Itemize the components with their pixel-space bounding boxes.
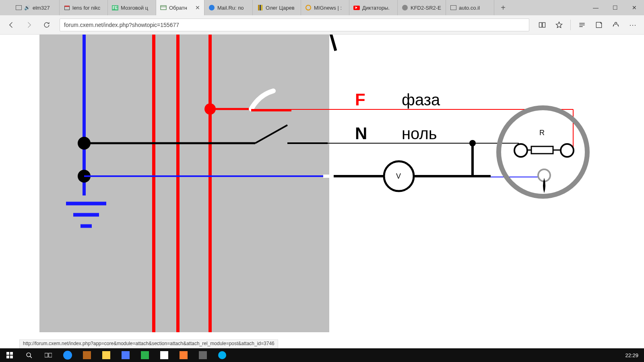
favicon-mail-icon <box>208 4 215 11</box>
tab-active[interactable]: Обратн ✕ <box>156 0 204 15</box>
refresh-button[interactable] <box>39 17 55 33</box>
svg-rect-44 <box>49 353 52 357</box>
favicon-forum-icon <box>160 4 167 11</box>
page-viewport[interactable]: F фаза N ноль V R http://forum.cxem.net/… <box>0 35 644 348</box>
svg-rect-32 <box>531 146 553 154</box>
back-button[interactable] <box>3 17 19 33</box>
taskbar: 22:29 <box>0 348 644 362</box>
favicon-generic-icon <box>450 4 456 11</box>
hub-button[interactable] <box>574 17 590 33</box>
tab-label: Олег Царев <box>266 5 295 11</box>
svg-rect-39 <box>6 356 9 358</box>
task-app-6[interactable] <box>155 348 174 362</box>
share-button[interactable] <box>608 17 624 33</box>
circuit-diagram: F фаза N ноль V R <box>10 35 613 332</box>
favicon-grey-icon <box>402 4 408 11</box>
task-app-9[interactable] <box>213 348 232 362</box>
task-app-1[interactable] <box>58 348 77 362</box>
svg-rect-40 <box>10 356 13 358</box>
svg-point-41 <box>27 353 31 357</box>
url-text: forum.cxem.net/index.php?showtopic=15567… <box>64 22 179 28</box>
tab-label: Мозговой ц <box>121 5 148 11</box>
svg-rect-37 <box>6 352 9 355</box>
address-bar: forum.cxem.net/index.php?showtopic=15567… <box>0 15 644 35</box>
minimize-button[interactable]: — <box>586 0 605 15</box>
tab-elm327[interactable]: 🔊 elm327 <box>11 0 60 15</box>
tab-label: Диктаторы. <box>362 5 390 11</box>
tab-mail[interactable]: Mail.Ru: по <box>204 0 253 15</box>
notes-button[interactable] <box>591 17 607 33</box>
status-url-text: http://forum.cxem.net/index.php?app=core… <box>23 341 275 346</box>
label-f: F <box>355 90 365 109</box>
tab-label: KFD2-SR2-E <box>411 5 441 11</box>
new-tab-button[interactable]: + <box>494 0 512 15</box>
speaker-icon: 🔊 <box>24 5 30 10</box>
svg-rect-43 <box>45 353 48 357</box>
tab-brain[interactable]: FE Мозговой ц <box>108 0 156 15</box>
close-window-button[interactable]: ✕ <box>625 0 644 15</box>
tab-dictators[interactable]: Диктаторы. <box>349 0 398 15</box>
favorite-button[interactable] <box>551 17 567 33</box>
svg-line-16 <box>255 125 287 143</box>
more-button[interactable]: ⋯ <box>625 17 641 33</box>
tab-lens[interactable]: lens for nikс <box>60 0 108 15</box>
status-bar: http://forum.cxem.net/index.php?app=core… <box>19 339 278 348</box>
label-n: N <box>355 124 367 143</box>
close-tab-icon[interactable]: ✕ <box>195 4 200 11</box>
window-controls: — ☐ ✕ <box>586 0 644 15</box>
search-button[interactable] <box>19 348 39 362</box>
task-app-8[interactable] <box>193 348 213 362</box>
tab-mignews[interactable]: MIGnews | : <box>301 0 349 15</box>
svg-point-30 <box>514 144 527 157</box>
clock-text: 22:29 <box>625 352 638 358</box>
favicon-generic-icon <box>15 4 22 11</box>
url-input[interactable]: forum.cxem.net/index.php?showtopic=15567… <box>60 19 529 31</box>
forward-button[interactable] <box>21 17 37 33</box>
label-phase: фаза <box>402 91 440 109</box>
favicon-youtube-icon <box>353 4 360 11</box>
tab-kfd2[interactable]: KFD2-SR2-E <box>398 0 446 15</box>
tab-label: Обратн <box>169 5 187 11</box>
tab-auto[interactable]: auto.co.il <box>446 0 494 15</box>
favicon-clock-icon <box>305 4 312 11</box>
svg-point-31 <box>561 144 574 157</box>
tab-strip: 🔊 elm327 lens for nikс FE Мозговой ц Обр… <box>0 0 644 15</box>
reading-view-button[interactable] <box>534 17 550 33</box>
svg-point-1 <box>615 22 617 24</box>
tab-label: MIGnews | : <box>314 5 342 11</box>
maximize-button[interactable]: ☐ <box>605 0 625 15</box>
favicon-shop-icon <box>64 4 70 11</box>
start-button[interactable] <box>0 348 19 362</box>
tab-oleg[interactable]: Олег Царев <box>253 0 301 15</box>
svg-line-36 <box>328 35 336 51</box>
svg-line-42 <box>30 356 31 358</box>
favicon-fe-icon: FE <box>112 4 118 11</box>
task-app-5[interactable] <box>135 348 155 362</box>
svg-rect-0 <box>161 6 166 10</box>
tab-label: Mail.Ru: по <box>217 5 244 11</box>
label-neutral: ноль <box>402 125 437 142</box>
task-app-2[interactable] <box>77 348 97 362</box>
taskview-button[interactable] <box>39 348 58 362</box>
favicon-bars-icon <box>257 4 263 11</box>
tab-label: lens for nikс <box>72 5 100 11</box>
tab-label: elm327 <box>33 5 50 11</box>
label-voltmeter: V <box>396 172 401 180</box>
tab-label: auto.co.il <box>459 5 480 11</box>
label-resistor: R <box>539 129 545 137</box>
task-app-3[interactable] <box>97 348 116 362</box>
taskbar-clock[interactable]: 22:29 <box>625 352 644 358</box>
forum-page: F фаза N ноль V R http://forum.cxem.net/… <box>10 35 613 348</box>
task-app-4[interactable] <box>116 348 135 362</box>
svg-rect-38 <box>10 352 13 355</box>
task-app-7[interactable] <box>174 348 193 362</box>
